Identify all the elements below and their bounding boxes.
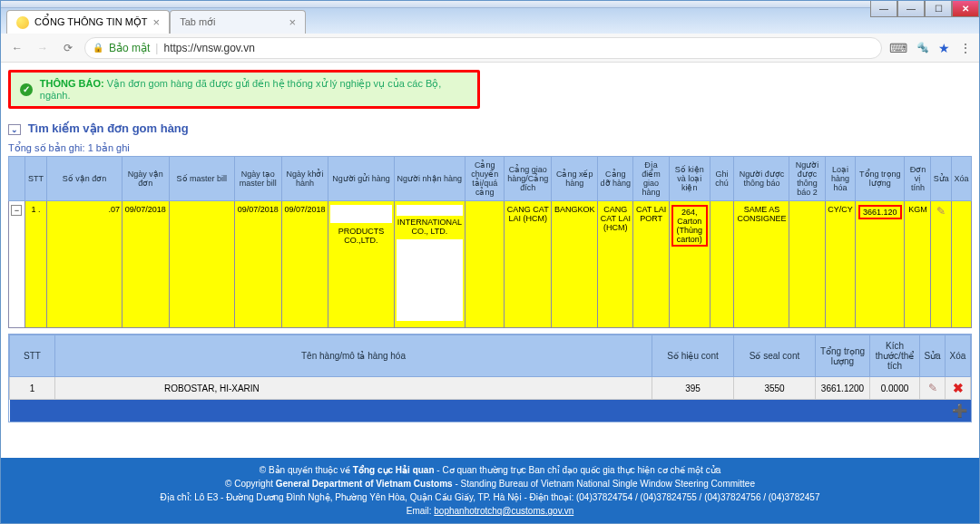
translate-icon[interactable]: 🔩: [916, 42, 929, 53]
bookmark-icon[interactable]: ★: [938, 41, 950, 55]
browser-tab-active[interactable]: CỔNG THÔNG TIN MỘT ×: [6, 10, 170, 34]
close-tab-icon[interactable]: ×: [153, 15, 161, 29]
expand-icon[interactable]: −: [11, 205, 22, 216]
cell-cang-chuyen: [466, 201, 505, 328]
sub-table-wrap: STT Tên hàng/mô tả hàng hóa Số hiệu cont…: [8, 334, 972, 422]
hdr-loai-hang: Loại hàng hóa: [825, 157, 856, 201]
hdr-sua: Sửa: [931, 157, 952, 201]
secure-label: Bảo mật: [109, 42, 150, 54]
hdr-xoa: Xóa: [952, 157, 972, 201]
address-bar: ← → ⟳ 🔒 Bảo mật | https://vnsw.gov.vn ⌨ …: [1, 34, 979, 63]
window-titlebar: [1, 1, 979, 8]
sub-stt: 1: [10, 377, 55, 400]
cell-ghi-chu: [710, 201, 734, 328]
tab-title: CỔNG THÔNG TIN MỘT: [34, 16, 148, 28]
cell-cang-do: CANG CAT LAI (HCM): [598, 201, 633, 328]
sub-hdr-so-hieu: Số hiệu cont: [652, 335, 734, 377]
hdr-ghi-chu: Ghi chú: [710, 157, 734, 201]
favicon-icon: [16, 16, 29, 29]
record-count: Tổng số bản ghi: 1 bản ghi: [8, 142, 972, 154]
cell-thong-bao: SAME AS CONSIGNEE: [734, 201, 789, 328]
cell-so-kien: 264, Carton (Thùng carton): [669, 201, 710, 328]
hdr-nguoi-nhan: Người nhận hàng: [394, 157, 466, 201]
page-title: ⌄ Tìm kiếm vận đơn gom hàng: [8, 121, 972, 135]
hdr-cang-do: Cảng dỡ hàng: [598, 157, 633, 201]
cell-ngay-tao: 09/07/2018: [234, 201, 281, 328]
delete-icon: ✖: [953, 381, 964, 395]
url-input[interactable]: 🔒 Bảo mật | https://vnsw.gov.vn: [84, 37, 882, 59]
browser-tabbar: CỔNG THÔNG TIN MỘT × Tab mới ×: [1, 8, 979, 34]
sub-hdr-trong-luong: Tổng trọng lượng: [816, 335, 870, 377]
sub-row: 1 ROBOSTAR, HI-XARIN 395 3550 3661.1200 …: [10, 377, 971, 400]
footer-email-link[interactable]: bophanhotrotchq@customs.gov.vn: [434, 506, 573, 516]
cell-so-master: [169, 201, 234, 328]
hdr-nguoi-gui: Người gửi hàng: [328, 157, 394, 201]
sub-delete[interactable]: ✖: [946, 377, 971, 400]
sub-ten-hang: ROBOSTAR, HI-XARIN: [55, 377, 652, 400]
hdr-cang-giao: Cảng giao hàng/Cảng đích: [505, 157, 552, 201]
alert-banner: ✓ THÔNG BÁO: Vận đơn gom hàng đã được gử…: [8, 70, 480, 109]
hdr-cang-xep: Cảng xếp hàng: [552, 157, 598, 201]
hdr-ngay-khoi: Ngày khởi hành: [281, 157, 328, 201]
minimize-button[interactable]: —: [870, 1, 897, 17]
cell-cang-xep: BANGKOK: [552, 201, 598, 328]
check-icon: ✓: [20, 83, 33, 96]
key-icon[interactable]: ⌨: [889, 41, 907, 55]
hdr-so-kien: Số kiện và loại kiện: [669, 157, 710, 201]
cell-xoa[interactable]: [952, 201, 972, 328]
hdr-so-van-don: Số vận đơn: [47, 157, 122, 201]
cell-ngay-khoi: 09/07/2018: [281, 201, 328, 328]
close-tab-icon[interactable]: ×: [289, 15, 297, 29]
cell-ngay-van-don: 09/07/2018: [122, 201, 169, 328]
maximize-button[interactable]: ☐: [925, 1, 952, 17]
cell-sua[interactable]: ✎: [931, 201, 952, 328]
sub-hdr-ten-hang: Tên hàng/mô tả hàng hóa: [55, 335, 652, 377]
sub-hdr-sua: Sửa: [920, 335, 946, 377]
tab-title: Tab mới: [180, 16, 215, 28]
sub-trong-luong: 3661.1200: [816, 377, 870, 400]
forward-button[interactable]: →: [34, 42, 52, 54]
page-footer: © Bản quyền thuộc về Tổng cục Hải quan -…: [1, 458, 979, 523]
cell-so-van-don: .07: [47, 201, 122, 328]
lock-icon: 🔒: [93, 43, 103, 53]
url-text: https://vnsw.gov.vn: [163, 42, 255, 54]
sub-kich-thuoc: 0.0000: [870, 377, 920, 400]
hdr-ngay-tao: Ngày tạo master bill: [234, 157, 281, 201]
cell-nguoi-gui: PRODUCTS CO.,LTD.: [328, 201, 394, 328]
sub-so-hieu: 395: [652, 377, 734, 400]
browser-tab-new[interactable]: Tab mới ×: [170, 10, 306, 34]
window-controls: — — ☐ ✕: [870, 1, 979, 17]
edit-icon: ✎: [928, 382, 937, 394]
sub-hdr-kich-thuoc: Kích thước/thể tích: [870, 335, 920, 377]
hdr-stt: STT: [24, 157, 47, 201]
collapse-icon[interactable]: ⌄: [8, 124, 21, 135]
sub-hdr-xoa: Xóa: [946, 335, 971, 377]
hdr-so-master: Số master bill: [169, 157, 234, 201]
table-row: − 1 . .07 09/07/2018 09/07/2018 09/07/20…: [9, 201, 972, 328]
add-icon[interactable]: ➕: [952, 403, 967, 418]
hdr-expand: [9, 157, 25, 201]
sub-edit[interactable]: ✎: [920, 377, 946, 400]
cell-loai-hang: CY/CY: [825, 201, 856, 328]
hdr-dia-diem: Địa điểm giao hàng: [633, 157, 669, 201]
edit-icon: ✎: [936, 205, 946, 218]
cell-dia-diem: CAT LAI PORT: [633, 201, 669, 328]
reload-button[interactable]: ⟳: [59, 42, 77, 54]
cell-trong-luong: 3661.120: [856, 201, 905, 328]
alert-label: THÔNG BÁO:: [40, 78, 104, 89]
cell-stt: 1 .: [24, 201, 47, 328]
sub-hdr-so-seal: Số seal cont: [734, 335, 816, 377]
sub-table: STT Tên hàng/mô tả hàng hóa Số hiệu cont…: [9, 335, 971, 422]
close-window-button[interactable]: ✕: [952, 1, 979, 17]
sub-footer-row: ➕: [10, 400, 971, 422]
cell-cang-giao: CANG CAT LAI (HCM): [505, 201, 552, 328]
cell-thong-bao2: [789, 201, 825, 328]
sub-hdr-stt: STT: [10, 335, 55, 377]
hdr-ngay-van-don: Ngày vận đơn: [122, 157, 169, 201]
minimize2-button[interactable]: —: [897, 1, 925, 17]
hdr-don-vi: Đơn vị tính: [905, 157, 931, 201]
page-content: ✓ THÔNG BÁO: Vận đơn gom hàng đã được gử…: [1, 63, 979, 523]
menu-icon[interactable]: ⋮: [959, 41, 972, 55]
back-button[interactable]: ←: [8, 42, 26, 54]
cell-nguoi-nhan: INTERNATIONAL CO., LTD.: [394, 201, 466, 328]
